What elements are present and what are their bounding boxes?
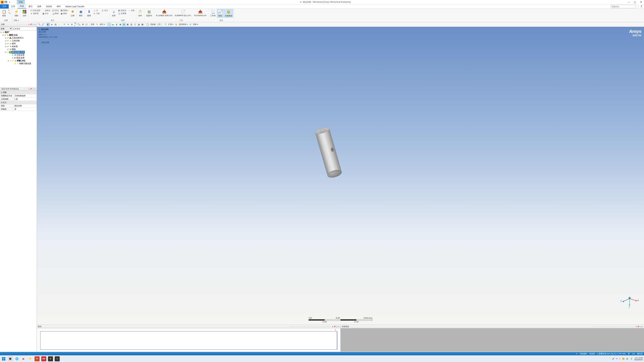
name-filter-select[interactable]: 名称 bbox=[0, 27, 12, 30]
model-cylinder[interactable] bbox=[314, 126, 342, 177]
tabular-button[interactable]: ▦ 表格数据 bbox=[224, 9, 233, 17]
tray-battery-icon[interactable]: 🔋 bbox=[630, 358, 632, 360]
section-button[interactable]: ▣截面 bbox=[60, 12, 69, 15]
quick-launch-input[interactable] bbox=[611, 5, 636, 8]
extend-label[interactable]: 扩展 ▾ bbox=[168, 23, 174, 26]
box-select-icon[interactable]: ◧ bbox=[46, 23, 50, 26]
tab-addins[interactable]: 插件 bbox=[54, 4, 63, 8]
tab-environment[interactable]: 环境 bbox=[18, 4, 26, 8]
solve-button[interactable]: ⚡ 求解 bbox=[13, 9, 19, 17]
support-button[interactable]: ⏚ 支撑 bbox=[111, 9, 117, 17]
nastran-button[interactable]: 📤 导出Nastran文件 bbox=[193, 9, 207, 17]
fit-icon[interactable]: ⊕ bbox=[70, 23, 74, 26]
tray-ime-icon[interactable]: S bbox=[619, 358, 620, 360]
rotate-dropdown[interactable]: ▾ bbox=[66, 23, 70, 26]
outline-search-input[interactable] bbox=[12, 27, 37, 30]
node-filter-icon[interactable]: ◆ bbox=[122, 23, 126, 26]
force-button[interactable]: ↘力 bbox=[93, 9, 100, 12]
graph-area[interactable]: 1. bbox=[37, 328, 340, 352]
cursor-icon[interactable]: ↖ bbox=[96, 23, 99, 26]
maximize-icon[interactable]: ▢ bbox=[640, 326, 641, 328]
zoom-box-icon[interactable]: ◰ bbox=[85, 23, 88, 26]
pin-icon[interactable]: 📌 bbox=[30, 88, 32, 90]
status-messages[interactable]: 消息窗格 bbox=[580, 353, 587, 355]
fixed-button[interactable]: ◩固定的 bbox=[118, 9, 127, 12]
maximize-button[interactable]: ▢ bbox=[632, 0, 638, 4]
moment-button[interactable]: ↻力矩 bbox=[93, 12, 100, 15]
qat-save-icon[interactable]: 💾 bbox=[4, 1, 8, 4]
tab-motion[interactable]: Motion Load Transfer bbox=[63, 4, 87, 8]
chart-button[interactable]: 📊图表 bbox=[52, 12, 59, 15]
maximize-icon[interactable]: ▢ bbox=[336, 326, 338, 328]
orientation-triad[interactable]: X Y Z bbox=[620, 296, 639, 310]
tab-display[interactable]: 显示 bbox=[26, 4, 35, 8]
named-selection-button[interactable]: 🏷命名选择 bbox=[30, 9, 41, 12]
tab-selection[interactable]: 选择 bbox=[35, 4, 44, 8]
find-button[interactable]: 🔍 bbox=[8, 12, 11, 14]
rotate-icon[interactable]: ⟳ bbox=[63, 23, 66, 26]
zoom-icon[interactable]: 🔎 bbox=[41, 23, 44, 26]
maximize-icon[interactable]: ▢ bbox=[32, 23, 34, 25]
frictionless-button[interactable]: ◫无摩擦 bbox=[118, 12, 127, 15]
tab-home[interactable]: 主页 bbox=[9, 4, 18, 8]
import-load-button[interactable]: 📥 导入的载荷 (结果文件) bbox=[155, 9, 174, 17]
task-solidworks[interactable]: SW bbox=[41, 356, 46, 361]
table-area[interactable] bbox=[340, 328, 644, 352]
wireframe-icon[interactable]: ▤ bbox=[54, 23, 57, 26]
zoom-out-icon[interactable]: 🔍- bbox=[78, 23, 81, 26]
body-filter-icon[interactable]: ◼ bbox=[118, 23, 122, 26]
outline-tree[interactable]: ⊟▮项目* ⊟✔◉模型 (A4) ⊞✔📥几何结构导入 ⊞✔◈几何结构 ⊞✔◉材料… bbox=[0, 30, 37, 87]
task-edge[interactable]: 🌐 bbox=[14, 356, 20, 361]
convert-label[interactable]: 转换 ▾ bbox=[192, 23, 199, 26]
close-icon[interactable]: ✕ bbox=[338, 326, 340, 328]
graphics-viewport[interactable]: A: 静态结构 固定支撑 时间: 1. s 2023/03/19 上午 11:0… bbox=[37, 27, 644, 325]
iso-icon[interactable]: ◈ bbox=[50, 23, 54, 26]
system-tray[interactable]: ˄ 🎤 ⟳ S 📶 🔊 🔋 上午 11:06 2023/03/19 bbox=[610, 357, 643, 361]
pin-icon[interactable]: 📌 bbox=[637, 326, 639, 328]
pressure-button[interactable]: ⇊压力 bbox=[101, 9, 108, 12]
task-powerpoint[interactable]: P bbox=[34, 356, 40, 361]
dropdown-icon[interactable]: ▾ bbox=[28, 23, 29, 25]
qat-dropdown-icon[interactable]: ▾ bbox=[8, 1, 11, 4]
maximize-icon[interactable]: ▢ bbox=[32, 88, 34, 90]
extend-icon[interactable]: ⇱ bbox=[164, 23, 167, 26]
status-rad[interactable]: rad bbox=[632, 353, 635, 355]
vertex-filter-icon[interactable]: ▪ bbox=[108, 23, 111, 26]
tray-up-icon[interactable]: ˄ bbox=[610, 358, 610, 360]
close-icon[interactable]: ✕ bbox=[34, 88, 36, 90]
task-folder[interactable]: 📁 bbox=[28, 356, 33, 361]
status-units[interactable]: ▴ 度量标准 (mm, kg, N, s, mV, mA) bbox=[597, 353, 626, 355]
minimize-button[interactable]: — bbox=[626, 0, 632, 4]
tray-clock[interactable]: 上午 11:06 2023/03/19 bbox=[634, 357, 643, 361]
tray-sync-icon[interactable]: ⟳ bbox=[616, 358, 618, 360]
clipboard-icon[interactable]: 📋 bbox=[146, 23, 149, 26]
direct-fe-button[interactable]: ▦ 直接FE bbox=[146, 9, 153, 17]
image-button[interactable]: 🖼图像 ▾ bbox=[60, 9, 69, 12]
loads-button[interactable]: ⬇ 载荷 bbox=[86, 9, 92, 17]
start-button[interactable] bbox=[1, 357, 6, 361]
delete-button[interactable]: ✕ bbox=[8, 9, 11, 11]
details-table[interactable]: ⊟ 范围 范围限定方法几何结构选择 几何结构1 面 ⊟ 定义 类型固定支撑 抑制… bbox=[0, 91, 37, 111]
edge-filter-icon[interactable]: ▬ bbox=[111, 23, 114, 26]
task-ansys-mech[interactable]: M bbox=[55, 356, 60, 361]
pan-icon[interactable]: ✥ bbox=[81, 23, 84, 26]
dropdown-icon[interactable]: ▾ bbox=[28, 88, 29, 90]
zoom-in-icon[interactable]: 🔍+ bbox=[74, 23, 77, 26]
tab-automation[interactable]: 自动化 bbox=[44, 4, 54, 8]
coord-sys-button[interactable]: ✦坐标系 bbox=[30, 12, 41, 15]
edge-icon[interactable]: ▫ bbox=[58, 23, 61, 26]
close-icon[interactable]: ✕ bbox=[642, 326, 643, 328]
dropdown-icon[interactable]: ▾ bbox=[332, 326, 333, 328]
select-by-icon[interactable]: 👆 bbox=[174, 23, 178, 26]
comment-button[interactable]: 💬评论 bbox=[52, 9, 59, 12]
task-ansys-wb[interactable]: ⚙ bbox=[48, 356, 53, 361]
mapdl-button[interactable]: 📄 生成MAPDL输入文件... bbox=[174, 9, 193, 17]
task-ppt[interactable]: ▶ bbox=[21, 356, 26, 361]
copy-button[interactable]: 📋 复制 bbox=[1, 9, 7, 17]
displacement-button[interactable]: ↔位移 bbox=[128, 9, 135, 12]
misc2-icon[interactable]: ◪ bbox=[137, 23, 140, 26]
elem-face-icon[interactable]: ▥ bbox=[130, 23, 133, 26]
tab-file[interactable]: 文件 bbox=[0, 4, 9, 8]
close-button[interactable]: ✕ bbox=[638, 0, 644, 4]
pin-icon[interactable]: 📌 bbox=[334, 326, 336, 328]
